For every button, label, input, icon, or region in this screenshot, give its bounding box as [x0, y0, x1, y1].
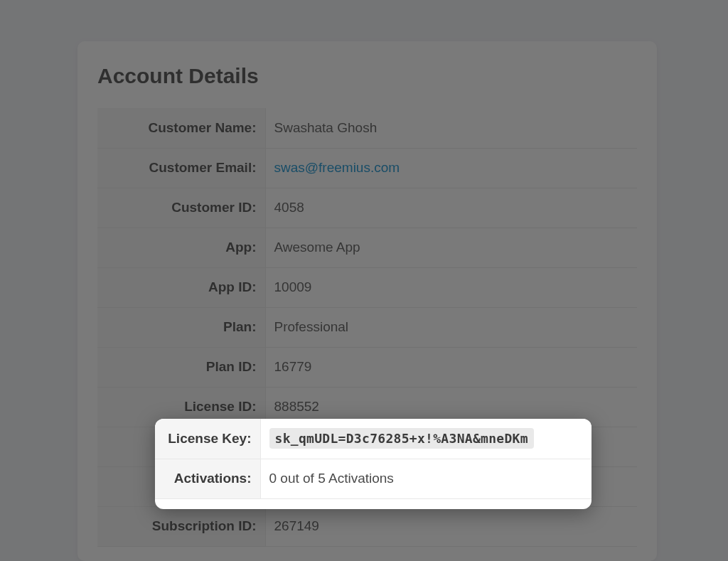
table-row: Plan ID:16779 [97, 347, 637, 387]
row-label: Plan: [97, 307, 265, 347]
table-row: Plan:Professional [97, 307, 637, 347]
row-value: sk_qmUDL=D3c76285+x!%A3NA&mneDKm [260, 419, 592, 459]
row-label: Customer Name: [97, 108, 265, 148]
row-value: Awesome App [265, 228, 637, 267]
row-label: Customer Email: [97, 148, 265, 188]
row-label: License Key: [155, 419, 260, 459]
row-label: Plan ID: [97, 347, 265, 387]
row-value: 4058 [265, 188, 637, 228]
email-link[interactable]: swas@freemius.com [274, 160, 400, 175]
row-value: 10009 [265, 267, 637, 307]
row-label: App: [97, 228, 265, 267]
row-value: 16779 [265, 347, 637, 387]
row-label: Activations: [155, 459, 260, 498]
row-label: Customer ID: [97, 188, 265, 228]
table-row: App ID:10009 [97, 267, 637, 307]
card-title: Account Details [97, 64, 637, 88]
row-label: App ID: [97, 267, 265, 307]
row-value: Professional [265, 307, 637, 347]
table-row: Customer ID:4058 [97, 188, 637, 228]
table-row: App:Awesome App [97, 228, 637, 267]
license-key-pill[interactable]: sk_qmUDL=D3c76285+x!%A3NA&mneDKm [269, 428, 534, 449]
spotlight-highlight: License Key:sk_qmUDL=D3c76285+x!%A3NA&mn… [155, 419, 592, 509]
row-value: 0 out of 5 Activations [260, 459, 592, 498]
row-value[interactable]: swas@freemius.com [265, 148, 637, 188]
table-row: License Key:sk_qmUDL=D3c76285+x!%A3NA&mn… [155, 419, 592, 459]
table-row: Subscription ID:267149 [97, 506, 637, 546]
table-row: Customer Email:swas@freemius.com [97, 148, 637, 188]
table-row: Activations:0 out of 5 Activations [155, 459, 592, 498]
table-row: Customer Name:Swashata Ghosh [97, 108, 637, 148]
row-value: 267149 [265, 506, 637, 546]
row-value: Swashata Ghosh [265, 108, 637, 148]
row-label: Subscription ID: [97, 506, 265, 546]
